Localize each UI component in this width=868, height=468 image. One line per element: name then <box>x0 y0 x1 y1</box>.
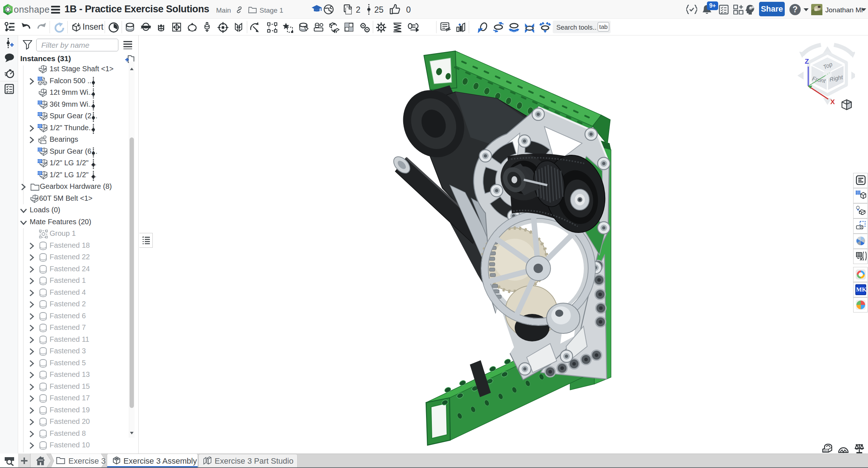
svg-text:Z: Z <box>805 58 809 65</box>
svg-text:X: X <box>830 98 835 106</box>
